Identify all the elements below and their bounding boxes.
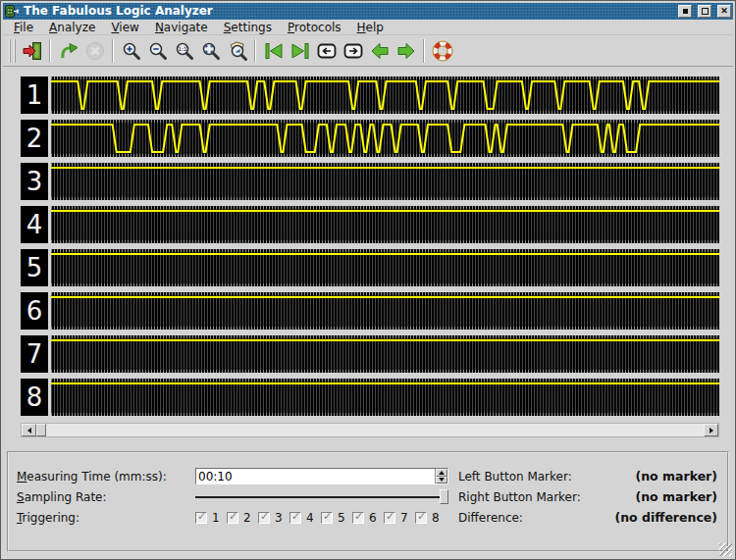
difference-value: (no difference) [605,510,719,525]
checkbox-label: 7 [400,511,408,525]
app-window: The Fabulous Logic Analyzer ✕ File Analy… [0,0,736,560]
channel-row: 1 [21,76,719,114]
checkmark-icon: ✓ [197,510,206,523]
channel-plot[interactable] [51,206,719,243]
goto-trigger-button[interactable] [429,37,455,64]
channel-label: 6 [21,292,48,330]
trigger-checkbox-7[interactable]: ✓7 [384,511,415,525]
checkbox-box[interactable]: ✓ [289,512,301,524]
move-left-button[interactable] [366,37,393,64]
checkbox-box[interactable]: ✓ [321,512,333,524]
scrollbar-thumb[interactable] [36,424,46,436]
toolbar-separator [112,39,114,63]
minimize-button[interactable] [678,5,692,18]
checkbox-box[interactable]: ✓ [195,512,207,524]
svg-text:1:1: 1:1 [178,45,187,52]
scroll-left-button[interactable] [22,424,36,436]
menu-protocols[interactable]: Protocols [281,20,348,35]
goto-end-button[interactable] [287,37,313,64]
measuring-time-input[interactable] [196,469,435,484]
stop-capture-button[interactable] [81,37,108,64]
spin-up-button[interactable] [436,469,447,477]
measuring-time-spinner [435,469,447,484]
begin-capture-button[interactable] [55,37,81,64]
trigger-checkbox-1[interactable]: ✓1 [195,511,227,525]
goto-begin-button[interactable] [260,37,287,64]
trigger-checkbox-8[interactable]: ✓8 [415,511,447,525]
checkmark-icon: ✓ [386,510,394,523]
checkbox-box[interactable]: ✓ [352,512,364,524]
spin-up-icon [439,471,445,475]
checkbox-box[interactable]: ✓ [384,512,395,524]
app-icon [5,5,20,18]
checkbox-box[interactable]: ✓ [415,512,427,524]
measuring-time-field-wrap [195,468,448,484]
channel-plot[interactable] [51,379,719,416]
waveform-trace [51,163,719,200]
sampling-rate-slider[interactable] [195,488,448,505]
trigger-checkbox-3[interactable]: ✓3 [258,511,289,525]
channel-plot[interactable] [51,120,719,157]
capture-arrow-icon [58,40,79,62]
zoom-in-button[interactable] [118,37,144,64]
toolbar-separator [423,39,425,63]
zoom-default-button[interactable]: 1:1 [171,37,197,64]
zoom-fit-button[interactable] [197,37,224,64]
trigger-checkbox-6[interactable]: ✓6 [352,511,384,525]
trigger-checkbox-4[interactable]: ✓4 [289,511,321,525]
channel-plot[interactable] [51,163,719,200]
close-icon: ✕ [720,7,728,16]
menu-bar: File Analyze View Navigate Settings Prot… [3,20,733,35]
checkmark-icon: ✓ [417,510,426,523]
title-bar[interactable]: The Fabulous Logic Analyzer ✕ [3,3,733,20]
move-right-button[interactable] [393,37,419,64]
checkbox-box[interactable]: ✓ [227,512,238,524]
channel-plot[interactable] [51,292,719,330]
menu-file[interactable]: File [7,20,40,35]
channel-list: 12345678 [21,76,719,416]
toolbar-drag-handle[interactable] [9,39,16,63]
channel-row: 3 [21,163,719,200]
slider-track [195,496,447,498]
minimize-icon [683,9,688,14]
maximize-button[interactable] [698,5,711,18]
right-marker-label: Right Button Marker: [458,490,605,504]
slider-thumb[interactable] [440,489,448,504]
scroll-left-icon [27,428,31,433]
horizontal-scrollbar[interactable] [21,423,719,437]
checkbox-box[interactable]: ✓ [258,512,270,524]
channel-plot[interactable] [51,335,719,373]
scroll-right-button[interactable] [704,424,718,436]
scrollbar-trough[interactable] [46,424,704,436]
goto-begin-icon [263,40,285,62]
trigger-checkbox-5[interactable]: ✓5 [321,511,352,525]
channel-row: 5 [21,249,719,286]
window-resize-grip[interactable] [719,543,732,556]
channel-plot[interactable] [51,249,719,286]
channel-plot[interactable] [51,76,719,114]
toolbar: 1:1 [3,35,733,67]
page-right-button[interactable] [340,37,366,64]
zoom-out-button[interactable] [144,37,171,64]
menu-view[interactable]: View [104,20,145,35]
menu-settings[interactable]: Settings [217,20,279,35]
spin-down-button[interactable] [436,477,447,484]
zoom-range-button[interactable] [224,37,250,64]
menu-analyze[interactable]: Analyze [42,20,102,35]
menu-help[interactable]: Help [350,20,391,35]
close-button[interactable]: ✕ [717,5,731,18]
channel-label: 1 [21,76,48,114]
channel-row: 2 [21,120,719,157]
checkbox-label: 5 [338,511,345,525]
checkmark-icon: ✓ [291,510,300,523]
exit-door-icon [22,40,43,62]
trigger-checkbox-2[interactable]: ✓2 [227,511,258,525]
exit-button[interactable] [19,37,45,64]
page-left-button[interactable] [313,37,340,64]
menu-navigate[interactable]: Navigate [148,20,215,35]
zoom-one-to-one-icon: 1:1 [174,40,195,62]
stop-icon [84,40,106,62]
maximize-icon [702,8,709,15]
measuring-time-label: Measuring Time (mm:ss): [17,470,195,484]
waveform-trace [51,335,719,373]
